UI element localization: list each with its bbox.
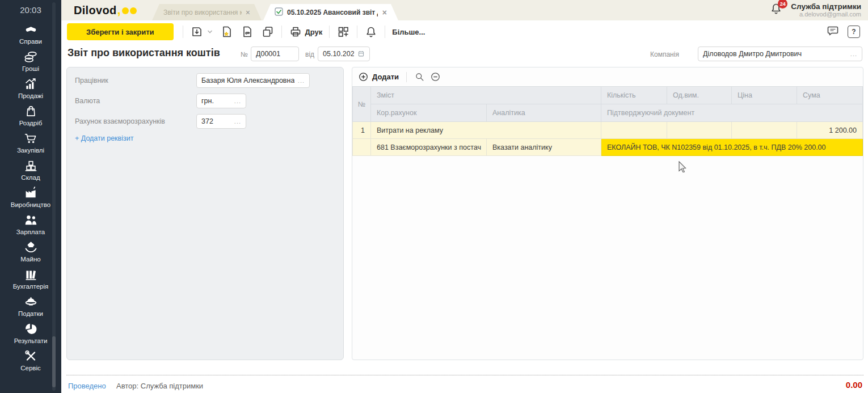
table-row: 1 Витрати на рекламу 1 200.00 — [353, 122, 863, 139]
cart-icon — [23, 131, 39, 146]
chevron-down-icon — [207, 28, 213, 35]
grid-toolbar: Додати — [352, 67, 863, 86]
col-header-price[interactable]: Ціна — [732, 87, 797, 104]
notifications-bell[interactable]: 24 — [769, 2, 783, 18]
toolbar-separator — [183, 26, 183, 38]
lines-table: № Зміст Кількість Од.вим. Ціна Сума Кор.… — [352, 86, 863, 156]
minus-circle-icon — [430, 71, 441, 82]
analytics-link-cell[interactable]: Вказати аналітику — [487, 139, 601, 156]
remove-row-button[interactable] — [430, 71, 441, 82]
tax-cap-icon — [23, 294, 39, 309]
company-input[interactable]: Діловодов Дмитро Дмитрович ... — [698, 47, 862, 61]
lookup-ellipsis-icon[interactable]: ... — [847, 50, 857, 57]
page-title: Звіт про використання коштів — [68, 47, 220, 59]
number-input[interactable]: Д00001 — [251, 47, 299, 61]
add-widget-button[interactable] — [333, 25, 353, 39]
add-row-button[interactable]: Додати — [358, 71, 399, 82]
date-input[interactable]: 05.10.2025 — [318, 47, 370, 61]
coins-icon — [23, 49, 39, 64]
close-icon[interactable]: × — [246, 9, 250, 16]
document-toolbar: Зберегти і закрити Друк — [61, 20, 868, 43]
requisites-panel: Працівник Базаря Юля Александровна ... В… — [66, 67, 344, 360]
print-button[interactable]: Друк — [285, 25, 326, 39]
col-header-sum[interactable]: Сума — [797, 87, 863, 104]
col-header-unit[interactable]: Од.вим. — [667, 87, 732, 104]
copy-button[interactable] — [258, 25, 278, 39]
col-header-analytics[interactable]: Аналітика — [487, 104, 601, 122]
sidebar: 20:03 Справи Гроші Продажі Роздріб — [0, 0, 61, 393]
tab-reports-list[interactable]: Звіти про використання кошт × — [152, 4, 262, 20]
total-amount: 0.00 — [846, 380, 862, 390]
more-button[interactable]: Більше... — [389, 28, 428, 36]
calendar-icon[interactable] — [354, 50, 365, 58]
search-rows-button[interactable] — [414, 71, 425, 82]
handshake-icon — [23, 22, 39, 37]
save-icon — [190, 25, 204, 39]
property-icon — [23, 240, 39, 255]
create-based-button[interactable] — [217, 25, 237, 39]
save-close-button[interactable]: Зберегти і закрити — [67, 23, 174, 40]
row-number-cell[interactable] — [353, 139, 371, 156]
sum-cell[interactable]: 1 200.00 — [797, 122, 863, 139]
unit-cell[interactable] — [667, 122, 732, 139]
add-requisite-link[interactable]: + Додати реквізит — [75, 134, 133, 142]
help-button[interactable]: ? — [848, 26, 860, 38]
sales-chart-icon — [23, 77, 39, 91]
comments-button[interactable] — [826, 24, 840, 40]
grid-plus-icon — [336, 25, 350, 39]
copy-icon — [261, 25, 275, 39]
bell-icon — [364, 25, 378, 39]
toolbar-separator — [357, 26, 357, 38]
shopping-bag-icon — [23, 104, 39, 119]
factory-icon — [23, 185, 39, 200]
title-row: Звіт про використання коштів № Д00001 ві… — [61, 43, 868, 66]
lookup-ellipsis-icon[interactable]: ... — [231, 118, 241, 125]
save-button[interactable] — [187, 25, 217, 39]
posted-status-link[interactable]: Проведено — [68, 382, 106, 390]
attach-button[interactable] — [237, 25, 258, 39]
col-header-qty[interactable]: Кількість — [601, 87, 667, 104]
price-cell[interactable] — [732, 122, 797, 139]
sidebar-scrollbar[interactable] — [52, 2, 56, 391]
toolbar-right: ? — [826, 24, 860, 40]
lookup-ellipsis-icon[interactable]: ... — [231, 98, 241, 104]
col-header-content[interactable]: Зміст — [371, 87, 601, 104]
search-icon — [414, 71, 425, 82]
support-area: 24 Служба підтримки a.delovod@gmail.com — [769, 2, 861, 18]
lookup-ellipsis-icon[interactable]: ... — [294, 77, 305, 84]
notification-badge: 24 — [778, 0, 787, 9]
date-label: від — [305, 50, 314, 58]
logo-comma: , — [117, 3, 120, 18]
lines-panel: Додати № Зміст Кількість — [352, 67, 863, 360]
toolbar-separator — [281, 26, 282, 38]
qty-cell[interactable] — [601, 122, 667, 139]
settlement-account-label: Рахунок взаєморозрахунків — [75, 117, 165, 125]
author-text: Автор: Служба підтримки — [116, 382, 203, 390]
settlement-account-input[interactable]: 372 ... — [196, 114, 246, 129]
table-header-row-2: Кор.рахунок Аналітика Підтверджуючий док… — [353, 104, 863, 122]
col-header-document[interactable]: Підтверджуючий документ — [601, 104, 863, 122]
reminder-button[interactable] — [361, 25, 381, 39]
col-header-account[interactable]: Кор.рахунок — [371, 104, 487, 122]
grid-toolbar-separator — [406, 72, 407, 82]
table-header-row-1: № Зміст Кількість Од.вим. Ціна Сума — [353, 87, 863, 104]
account-cell[interactable]: 681 Взаєморозрахунки з постач — [371, 139, 487, 156]
supporting-document-cell[interactable]: ЕКОЛАЙН ТОВ, ЧК N102359 від 01.10.2025, … — [601, 139, 863, 156]
document-star-icon — [220, 25, 234, 39]
employee-input[interactable]: Базаря Юля Александровна ... — [196, 73, 310, 88]
toolbar-separator — [329, 26, 330, 38]
account-info[interactable]: Служба підтримки a.delovod@gmail.com — [791, 2, 861, 18]
chat-icon — [826, 24, 840, 37]
company-label: Компанія — [650, 50, 679, 58]
currency-input[interactable]: грн. ... — [196, 94, 246, 108]
employee-label: Працівник — [75, 77, 108, 84]
dilovod-logo[interactable]: Dilovod, — [74, 3, 137, 18]
row-number-cell[interactable]: 1 — [353, 122, 371, 139]
logo-dot — [130, 7, 137, 14]
attachment-icon — [241, 25, 254, 39]
ledger-icon — [23, 267, 39, 282]
content-cell[interactable]: Витрати на рекламу — [371, 122, 601, 139]
currency-label: Валюта — [75, 97, 100, 105]
close-icon[interactable]: × — [382, 9, 387, 16]
tab-advance-report[interactable]: 05.10.2025 Авансовий звіт Д00 × — [263, 4, 398, 20]
